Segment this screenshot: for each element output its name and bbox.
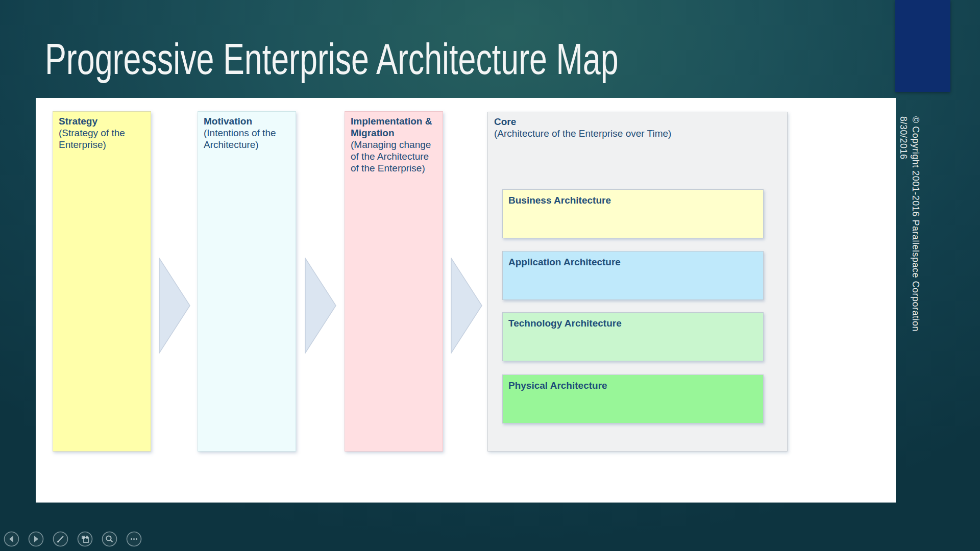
see-all-slides-button[interactable] [77,531,93,547]
core-box: Core (Architecture of the Enterprise ove… [487,112,788,452]
motivation-box: Motivation (Intentions of the Architectu… [198,111,296,452]
arrow-icon [305,258,336,354]
business-architecture-layer: Business Architecture [502,189,764,238]
slideshow-background: Progressive Enterprise Architecture Map … [0,0,980,551]
implementation-migration-box-title: Implementation & Migration [351,115,437,139]
slide-content-area: Strategy (Strategy of the Enterprise) Mo… [36,98,896,503]
arrow-icon [451,258,482,354]
implementation-migration-box-subtitle: (Managing change of the Architecture of … [351,139,437,174]
previous-slide-button[interactable] [4,531,19,547]
core-box-subtitle: (Architecture of the Enterprise over Tim… [494,128,781,139]
pen-tools-button[interactable] [53,531,68,547]
implementation-migration-box: Implementation & Migration (Managing cha… [345,111,443,452]
more-options-icon [126,531,142,547]
arrow-icon [159,258,190,354]
next-icon [28,531,44,547]
strategy-box-subtitle: (Strategy of the Enterprise) [59,127,145,151]
next-slide-button[interactable] [28,531,44,547]
date-line: 8/30/2016 [897,116,910,433]
copyright-vertical-text: © Copyright 2001-2016 Parallelspace Corp… [897,116,922,433]
core-box-title: Core [494,116,781,128]
pen-icon [53,531,68,547]
zoom-into-slide-button[interactable] [102,531,117,547]
copyright-line: © Copyright 2001-2016 Parallelspace Corp… [910,116,922,433]
navy-accent-bar [895,0,950,92]
technology-architecture-layer: Technology Architecture [502,312,764,361]
motivation-box-title: Motivation [204,115,290,127]
previous-icon [4,531,19,547]
motivation-box-subtitle: (Intentions of the Architecture) [204,127,290,151]
see-all-slides-icon [77,531,93,547]
strategy-box-title: Strategy [59,115,145,127]
slide-title: Progressive Enterprise Architecture Map [45,34,619,84]
magnifier-icon [102,531,117,547]
strategy-box: Strategy (Strategy of the Enterprise) [53,111,151,452]
physical-architecture-layer: Physical Architecture [502,374,764,423]
application-architecture-layer: Application Architecture [502,251,764,300]
more-options-button[interactable] [126,531,142,547]
